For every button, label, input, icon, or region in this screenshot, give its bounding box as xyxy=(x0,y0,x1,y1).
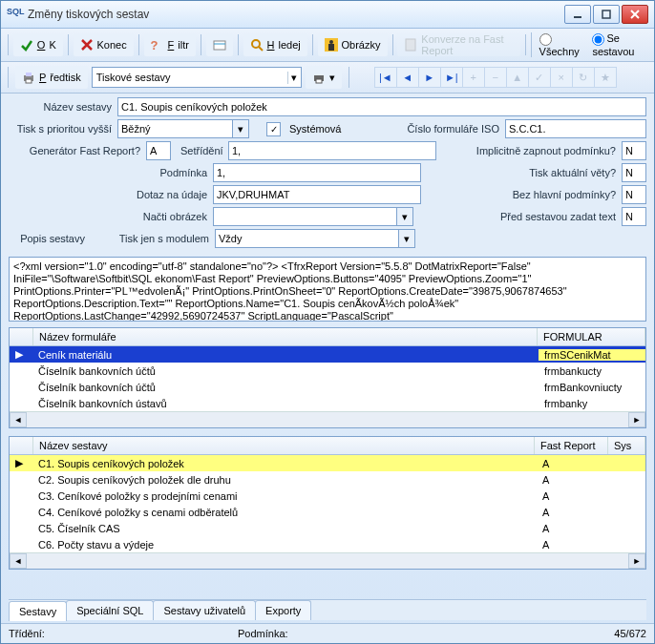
xml-view[interactable]: <?xml version="1.0" encoding="utf-8" sta… xyxy=(9,257,646,322)
popis-label: Popis sestavy xyxy=(9,233,85,244)
table-row[interactable]: C6. Počty stavu a výdejeA xyxy=(10,536,645,552)
sesestavou-radio[interactable]: Se sestavou xyxy=(592,32,650,57)
tiskove-combo[interactable]: Tiskové sestavy▾ xyxy=(92,67,302,88)
obrazky-button[interactable]: Obrázky xyxy=(318,33,388,56)
bezhl-field[interactable]: N xyxy=(622,185,646,204)
tab-sestavy[interactable]: Sestavy xyxy=(9,601,67,621)
konec-label: Konec xyxy=(97,39,127,51)
print-button[interactable]: ▾ xyxy=(306,66,342,89)
svg-rect-13 xyxy=(406,39,415,51)
genfr-field[interactable]: A xyxy=(146,141,171,160)
bezhl-label: Bez hlavní podmínky? xyxy=(513,189,616,200)
navigator: |◄ ◄ ► ►| + − ▲ ✓ × ↻ ★ xyxy=(375,67,617,88)
table-row[interactable]: ▶Ceník materiálufrmSCenikMat xyxy=(10,346,645,363)
secondary-toolbar: Předtisk Tiskové sestavy▾ ▾ |◄ ◄ ► ►| + … xyxy=(1,62,654,93)
app-icon: SQL xyxy=(7,7,22,22)
predse-field[interactable]: N xyxy=(622,207,646,226)
systemova-check[interactable]: ✓ xyxy=(266,122,281,136)
tiskprior-field[interactable]: Běžný xyxy=(117,119,233,138)
predse-label: Před sestavou zadat text xyxy=(500,211,616,222)
minimize-button[interactable] xyxy=(564,5,591,24)
hledej-button[interactable]: Hledej xyxy=(243,33,307,56)
konverze-label: Konverze na Fast Report xyxy=(421,33,513,56)
card-icon xyxy=(213,38,226,52)
dotaz-field[interactable]: JKV,DRUHMAT xyxy=(213,185,421,204)
systemova-label: Systémová xyxy=(289,123,341,135)
svg-line-9 xyxy=(259,47,263,51)
aktvety-field[interactable]: N xyxy=(622,163,646,182)
table-row[interactable]: Číselník bankovních účtůfrmBankovniucty xyxy=(10,379,645,395)
reports-hscroll[interactable]: ◄► xyxy=(10,552,645,569)
nav-cancel: × xyxy=(550,67,573,88)
nactiobr-label: Načti obrázek xyxy=(9,211,207,222)
chevron-down-icon[interactable]: ▾ xyxy=(399,229,415,248)
nav-prev[interactable]: ◄ xyxy=(396,67,419,88)
predtisk-button[interactable]: Předtisk xyxy=(15,66,88,89)
table-row[interactable]: C5. Číselník CASA xyxy=(10,520,645,536)
reports-col1[interactable]: Název sestavy xyxy=(33,437,535,454)
svg-rect-16 xyxy=(26,79,32,83)
dotaz-label: Dotaz na údaje xyxy=(9,189,207,200)
svg-rect-12 xyxy=(328,44,334,51)
nactiobr-field[interactable] xyxy=(213,207,397,226)
chevron-down-icon: ▾ xyxy=(287,72,297,84)
ok-button[interactable]: OOKK xyxy=(13,33,63,56)
nav-first[interactable]: |◄ xyxy=(374,67,397,88)
form-area: Název sestavy C1. Soupis ceníkových polo… xyxy=(1,93,654,255)
forms-grid: Název formuláře FORMULAR ▶Ceník materiál… xyxy=(9,327,646,428)
tab-exporty[interactable]: Exporty xyxy=(255,600,311,620)
table-row[interactable]: Číselník bankovních účtůfrmbankucty xyxy=(10,363,645,379)
chevron-down-icon[interactable]: ▾ xyxy=(233,119,249,138)
table-row[interactable]: C2. Soupis ceníkových položek dle druhuA xyxy=(10,471,645,488)
konec-button[interactable]: Konec xyxy=(74,33,134,56)
filtr-button[interactable]: ?Filtr xyxy=(144,33,196,56)
maximize-button[interactable] xyxy=(593,5,620,24)
nav-bookmark: ★ xyxy=(594,67,617,88)
nav-edit: ▲ xyxy=(506,67,529,88)
table-row[interactable]: C4. Ceníkové položky s cenami odběratelů… xyxy=(10,504,645,520)
status-bar: Třídění: Podmínka: 45/672 xyxy=(1,623,654,643)
close-button[interactable] xyxy=(622,5,648,24)
nav-del: − xyxy=(484,67,507,88)
konverze-button: Konverze na Fast Report xyxy=(397,33,519,56)
tiskprior-label: Tisk s prioritou vyšší xyxy=(9,123,112,135)
printer2-icon xyxy=(312,71,326,84)
cislo-field[interactable]: S.C.C1. xyxy=(505,119,646,138)
impl-field[interactable]: N xyxy=(622,141,646,160)
setrideni-field[interactable]: 1, xyxy=(228,141,436,160)
nav-next[interactable]: ► xyxy=(418,67,441,88)
vsechny-radio[interactable]: Všechny xyxy=(539,32,583,57)
setrideni-label: Setřídění xyxy=(180,145,222,156)
unknown-button[interactable] xyxy=(206,33,233,56)
window-title: Změny tiskových sestav xyxy=(28,8,564,21)
forms-col1[interactable]: Název formuláře xyxy=(33,328,538,345)
forms-hscroll[interactable]: ◄► xyxy=(10,411,645,427)
main-toolbar: OOKK Konec ?Filtr Hledej Obrázky Konverz… xyxy=(1,29,654,62)
status-podm: Podmínka: xyxy=(238,628,614,639)
forms-col2[interactable]: FORMULAR xyxy=(538,328,645,345)
tab-sql[interactable]: Speciální SQL xyxy=(66,600,154,620)
nav-add: + xyxy=(462,67,485,88)
aktvety-label: Tisk aktuální věty? xyxy=(529,167,616,178)
podm-label: Podmínka xyxy=(9,167,207,178)
podm-field[interactable]: 1, xyxy=(213,163,421,182)
table-row[interactable]: Číselník bankovních ústavůfrmbanky xyxy=(10,395,645,411)
table-row[interactable]: C3. Ceníkové položky s prodejními cenami… xyxy=(10,488,645,504)
tab-sest-uziv[interactable]: Sestavy uživatelů xyxy=(153,600,256,620)
status-trideni: Třídění: xyxy=(9,628,238,639)
person-icon xyxy=(325,38,338,52)
printer-icon xyxy=(22,71,35,84)
tiskmod-label: Tisk jen s modulem xyxy=(91,233,209,244)
nav-last[interactable]: ►| xyxy=(440,67,463,88)
reports-col3[interactable]: Sys xyxy=(608,437,645,454)
genfr-label: Generátor Fast Report? xyxy=(9,145,140,156)
x-icon xyxy=(80,38,94,52)
search-icon xyxy=(250,38,264,52)
svg-rect-18 xyxy=(316,79,322,83)
chevron-down-icon[interactable]: ▾ xyxy=(397,207,413,226)
check-icon xyxy=(20,38,33,52)
nazev-field[interactable]: C1. Soupis ceníkových položek xyxy=(117,97,646,116)
table-row[interactable]: ▶C1. Soupis ceníkových položekA xyxy=(10,455,645,471)
tiskmod-field[interactable]: Vždy xyxy=(215,229,399,248)
reports-col2[interactable]: Fast Report xyxy=(535,437,608,454)
